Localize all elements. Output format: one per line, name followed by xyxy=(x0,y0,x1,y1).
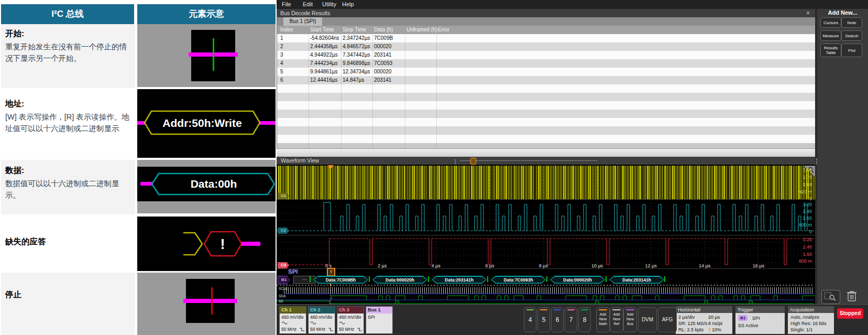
button-label: Add New Bus xyxy=(624,312,636,326)
channel-card-body: 460 mV/div50 MHz xyxy=(309,314,335,333)
channel-button-label: 6 xyxy=(552,316,563,323)
horizontal-value-label: SR: 125 MS/s xyxy=(678,321,708,326)
doc-row-address-text: 地址: [W] 表示写操作，[R] 表示读操作。地址值可以以十六进制或二进制显示 xyxy=(1,89,135,159)
waveform-view-titlebar[interactable]: Waveform View [ xyxy=(277,157,815,165)
button-label: Add New Math xyxy=(597,312,609,326)
bus-frame-label: Data:000020h xyxy=(373,277,427,283)
search-button[interactable]: Search xyxy=(841,30,862,41)
table-row[interactable] xyxy=(277,101,815,110)
menu-help[interactable]: Help xyxy=(342,1,354,7)
channel-button-5[interactable]: 5 xyxy=(537,307,550,332)
pan-zoom-thumb[interactable] xyxy=(470,158,476,165)
channel-button-8[interactable]: 8 xyxy=(578,307,591,332)
results-table-button[interactable]: Results Table xyxy=(820,44,841,57)
table-cell: 000020 xyxy=(374,44,391,49)
table-row[interactable] xyxy=(277,84,815,93)
time-tick-label: 2 µs xyxy=(375,263,390,268)
doc-header-i2c: I²C 总线 xyxy=(1,4,134,24)
table-cell: 2.347242µs xyxy=(343,35,370,41)
cursors-button[interactable]: Cursors xyxy=(820,17,841,28)
stop-marker-line xyxy=(211,287,213,315)
channel-color-stripe xyxy=(526,309,534,310)
trigger-panel[interactable]: Trigger B1 SPI SS Active xyxy=(735,306,785,334)
time-tick-label: 8 µs xyxy=(535,263,551,268)
channel-button-4[interactable]: 4 xyxy=(524,307,536,332)
doc-illustration-missing-ack: ! xyxy=(137,217,276,271)
table-row[interactable]: 1-54.82604ns2.347242µs7C009B xyxy=(277,34,815,42)
table-cell: -54.82604ns xyxy=(310,35,339,41)
bus-decode-results-titlebar[interactable]: Bus Decode Results × xyxy=(277,9,815,17)
add-new-math-button[interactable]: Add New Math xyxy=(596,307,610,332)
channel-color-stripe xyxy=(554,309,561,310)
menu-file[interactable]: File xyxy=(282,1,291,7)
address-hexagon: Addr:50h:Write xyxy=(137,89,276,158)
column-header-unframed-h: Unframed (h) xyxy=(406,27,437,33)
bus-decode-results-panel: Bus Decode Results × Bus 1 (SPI) IndexSt… xyxy=(277,9,815,148)
trash-button[interactable] xyxy=(844,288,859,303)
channel-scale-label: SPI xyxy=(368,315,375,320)
button-color-stripe xyxy=(626,309,634,310)
horizontal-panel-title: Horizontal xyxy=(676,306,732,313)
waveform-plot[interactable]: SPI B1 — T Data:7C009BhData:000020hData:… xyxy=(277,165,815,304)
channel-bandwidth-label: 50 MHz xyxy=(281,327,296,332)
table-row[interactable] xyxy=(277,118,815,126)
frame-gap-tick xyxy=(664,276,665,282)
button-label: Add New Ref xyxy=(610,312,623,326)
frame-gap-tick xyxy=(487,276,488,282)
zoom-mode-button[interactable] xyxy=(821,290,840,304)
table-row[interactable]: 47.444234µs9.846898µs7C0093 xyxy=(277,59,815,68)
table-cell: 9.944861µs xyxy=(310,69,337,74)
channel-card-body: 460 mV/div50 MHz xyxy=(280,314,306,333)
channel-button-6[interactable]: 6 xyxy=(551,307,564,332)
channel-button-7[interactable]: 7 xyxy=(565,307,577,332)
tab-bus1-spi[interactable]: Bus 1 (SPI) xyxy=(283,17,322,26)
acquisition-panel[interactable]: Acquisition Auto, Analyze High Res: 16 b… xyxy=(788,306,834,334)
pan-zoom-track[interactable] xyxy=(460,160,597,161)
bus-frame-label: Data:203141h xyxy=(610,277,664,283)
table-cell: 6 xyxy=(280,77,283,83)
time-tick-label: 10 µs xyxy=(589,263,605,268)
trigger-source-label: SPI xyxy=(752,316,760,321)
channel-card-ch-1[interactable]: Ch 1460 mV/div50 MHz xyxy=(279,306,306,334)
table-row[interactable]: 612.44416µs14.847µs203141 xyxy=(277,76,815,84)
horizontal-panel[interactable]: Horizontal 2 µs/div20 µsSR: 125 MS/s8 ns… xyxy=(676,306,732,334)
plot-button[interactable]: Plot xyxy=(841,44,862,57)
table-row[interactable] xyxy=(277,110,815,118)
channel-card-ch-2[interactable]: Ch 2460 mV/div50 MHz xyxy=(308,306,335,334)
table-cell: 2.444358µs xyxy=(310,44,337,49)
table-row[interactable] xyxy=(277,93,815,101)
table-cell: 1 xyxy=(280,35,283,41)
afg-button[interactable]: AFG xyxy=(658,307,677,332)
channel-card-bus-1[interactable]: Bus 1SPI xyxy=(366,306,393,334)
table-row[interactable] xyxy=(277,135,815,143)
table-row[interactable]: 22.444358µs4.846572µs000020 xyxy=(277,42,815,51)
note-button[interactable]: Note xyxy=(841,17,862,28)
screen: I²C 总线 元素示意 开始: 重复开始发生在没有前一个停止的情况下显示另一个开… xyxy=(0,0,868,335)
table-row[interactable] xyxy=(277,126,815,135)
menu-utility[interactable]: Utility xyxy=(322,1,336,7)
column-divider xyxy=(372,34,373,148)
stopped-button[interactable]: Stopped xyxy=(837,308,863,319)
add-new-bus-button[interactable]: Add New Bus xyxy=(623,307,637,332)
column-divider xyxy=(405,34,405,148)
channel-button-label: 5 xyxy=(538,316,550,323)
table-row[interactable]: 34.944922µs7.347442µs203141 xyxy=(277,51,815,59)
doc-illustration-address: Addr:50h:Write xyxy=(137,89,276,158)
ch2-scale-label: 2.40 xyxy=(803,209,812,214)
add-new-sidebar: Add New... CursorsNoteMeasureSearchResul… xyxy=(817,9,868,304)
menu-edit[interactable]: Edit xyxy=(303,1,313,7)
table-row[interactable]: 59.944861µs12.34734µs000020 xyxy=(277,68,815,76)
dvm-button[interactable]: DVM xyxy=(638,307,657,332)
close-icon[interactable]: × xyxy=(806,9,810,17)
channel-card-ch-3[interactable]: Ch 3460 mV/div50 MHz xyxy=(337,306,364,334)
channel-button-label: 8 xyxy=(579,316,590,323)
measure-button[interactable]: Measure xyxy=(820,30,841,41)
table-cell: 12.44416µs xyxy=(310,77,337,83)
table-cell: 000020 xyxy=(374,69,391,74)
add-new-ref-button[interactable]: Add New Ref xyxy=(610,307,623,332)
ch3-scale-label: 800 m xyxy=(799,258,812,264)
doc-row-stop-title: 停止 xyxy=(5,289,135,300)
doc-row-data-text: 数据: 数据值可以以十六进制或二进制显示。 xyxy=(1,160,135,214)
panel-splitter[interactable] xyxy=(277,148,815,157)
svg-text:Data:00h: Data:00h xyxy=(191,178,237,190)
